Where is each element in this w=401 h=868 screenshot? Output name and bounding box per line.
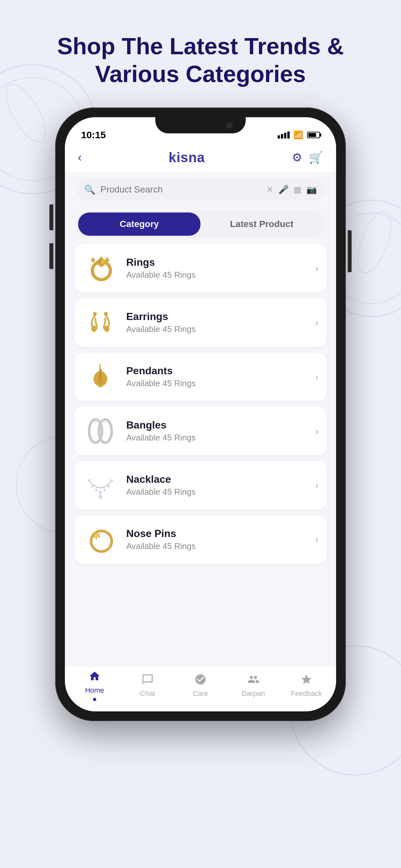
phone-screen: 10:15 📶 ‹ kisna ⚙ 🛒 🔍 — [65, 117, 336, 711]
svg-point-28 — [107, 485, 110, 488]
nav-item-care[interactable]: Care — [174, 673, 227, 698]
nav-item-darpan[interactable]: Darpan — [227, 673, 280, 698]
nose-pins-name: Nose Pins — [126, 528, 315, 539]
power-button — [348, 230, 351, 272]
svg-rect-21 — [94, 420, 97, 423]
pendants-count: Available 45 Rings — [126, 378, 315, 389]
rings-count: Available 45 Rings — [126, 270, 315, 280]
tabs-container: Category Latest Product — [76, 211, 325, 238]
chat-icon — [142, 673, 154, 687]
category-item-bangles[interactable]: Bangles Available 45 Rings › — [74, 407, 327, 455]
pendants-chevron: › — [315, 371, 318, 382]
chat-label: Chat — [140, 689, 155, 698]
category-list: Rings Available 45 Rings › — [65, 244, 336, 666]
nose-pins-count: Available 45 Rings — [126, 541, 315, 551]
feedback-label: Feedback — [291, 689, 322, 698]
header-icons: ⚙ 🛒 — [292, 151, 323, 164]
tab-category[interactable]: Category — [78, 213, 201, 236]
earrings-chevron: › — [315, 317, 318, 328]
app-header: ‹ kisna ⚙ 🛒 — [65, 143, 336, 172]
camera-search-icon[interactable]: 📷 — [306, 185, 317, 195]
earrings-count: Available 45 Rings — [126, 324, 315, 334]
nacklace-info: Nacklace Available 45 Rings — [126, 473, 315, 497]
bangles-info: Bangles Available 45 Rings — [126, 419, 315, 443]
nose-pins-image — [83, 522, 118, 557]
earrings-image — [83, 305, 118, 340]
rings-info: Rings Available 45 Rings — [126, 256, 315, 280]
bottom-nav: Home Chat Care — [65, 666, 336, 711]
phone-notch — [155, 117, 246, 133]
settings-icon[interactable]: ⚙ — [292, 151, 302, 164]
wifi-icon: 📶 — [294, 130, 303, 140]
svg-point-7 — [351, 207, 398, 277]
pendants-info: Pendants Available 45 Rings — [126, 365, 315, 389]
earrings-info: Earrings Available 45 Rings — [126, 311, 315, 334]
app-title: kisna — [168, 150, 205, 165]
nav-item-chat[interactable]: Chat — [121, 673, 174, 698]
tab-latest-product[interactable]: Latest Product — [201, 213, 323, 236]
volume-up-button — [50, 205, 53, 230]
bangles-image — [83, 413, 118, 449]
search-bar[interactable]: 🔍 ✕ 🎤 ▦ 📷 — [76, 179, 325, 201]
pendants-image — [83, 359, 118, 395]
nose-pins-chevron: › — [315, 534, 318, 545]
svg-marker-12 — [91, 257, 95, 263]
nacklace-name: Nacklace — [126, 473, 315, 485]
hero-line1: Shop The Latest Trends & — [57, 33, 344, 59]
back-button[interactable]: ‹ — [78, 151, 82, 164]
darpan-icon — [247, 673, 259, 687]
nacklace-image — [83, 468, 118, 503]
category-item-nacklace[interactable]: Nacklace Available 45 Rings › — [74, 461, 327, 509]
bangles-chevron: › — [315, 426, 318, 437]
phone-frame: 10:15 📶 ‹ kisna ⚙ 🛒 🔍 — [55, 107, 346, 721]
feedback-icon — [300, 673, 312, 687]
signal-icon — [278, 131, 289, 138]
home-active-dot — [93, 698, 96, 701]
clear-icon[interactable]: ✕ — [266, 185, 274, 195]
rings-name: Rings — [126, 256, 315, 268]
darpan-label: Darpan — [242, 689, 265, 698]
volume-down-button — [50, 243, 53, 269]
category-item-pendants[interactable]: Pendants Available 45 Rings › — [74, 352, 327, 401]
svg-point-26 — [99, 491, 102, 494]
bangles-count: Available 45 Rings — [126, 433, 315, 443]
search-action-icons: ✕ 🎤 ▦ 📷 — [266, 185, 317, 195]
svg-point-23 — [88, 479, 90, 482]
nav-item-feedback[interactable]: Feedback — [280, 673, 333, 698]
svg-point-29 — [111, 479, 113, 482]
earrings-name: Earrings — [126, 311, 315, 322]
rings-chevron: › — [315, 263, 318, 274]
cart-icon[interactable]: 🛒 — [309, 151, 323, 164]
status-time: 10:15 — [81, 129, 106, 141]
category-item-nose-pins[interactable]: Nose Pins Available 45 Rings › — [74, 516, 327, 564]
svg-point-25 — [95, 489, 97, 492]
svg-point-27 — [103, 489, 106, 492]
home-label: Home — [85, 686, 104, 694]
battery-icon — [307, 132, 320, 138]
camera — [226, 122, 233, 128]
bangles-name: Bangles — [126, 419, 315, 431]
svg-point-32 — [94, 533, 98, 537]
svg-point-18 — [99, 369, 102, 371]
nav-item-home[interactable]: Home — [68, 670, 121, 701]
nose-pins-info: Nose Pins Available 45 Rings — [126, 528, 315, 551]
category-item-rings[interactable]: Rings Available 45 Rings › — [74, 244, 327, 292]
scan-icon[interactable]: ▦ — [294, 185, 302, 195]
hero-line2: Various Categories — [95, 61, 306, 87]
svg-point-6 — [0, 79, 53, 147]
hero-section: Shop The Latest Trends & Various Categor… — [38, 32, 363, 88]
microphone-icon[interactable]: 🎤 — [278, 185, 289, 195]
care-label: Care — [193, 689, 208, 698]
search-icon: 🔍 — [84, 184, 96, 195]
rings-image — [83, 251, 118, 286]
category-item-earrings[interactable]: Earrings Available 45 Rings › — [74, 299, 327, 347]
home-icon — [89, 670, 101, 684]
search-input[interactable] — [100, 184, 261, 195]
svg-point-17 — [104, 326, 110, 332]
svg-rect-22 — [103, 420, 107, 423]
pendants-name: Pendants — [126, 365, 315, 377]
svg-point-15 — [91, 326, 96, 332]
svg-point-24 — [91, 485, 94, 488]
care-icon — [194, 673, 207, 687]
nacklace-chevron: › — [315, 480, 318, 491]
